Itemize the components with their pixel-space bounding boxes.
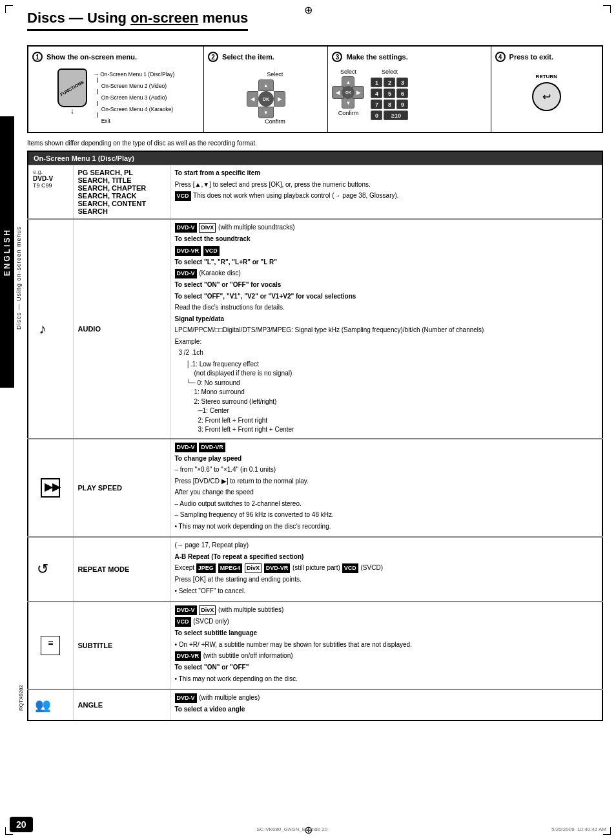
numpad-8[interactable]: 8 [384, 100, 395, 109]
dpad-down-btn[interactable]: ▼ [258, 107, 274, 118]
rep-line1: (→ page 17, Repeat play) [175, 541, 598, 551]
audio-example-val: 3 /2 .1ch [179, 348, 598, 358]
dvdvr-sub-badge: DVD-VR [175, 651, 201, 661]
numpad-0[interactable]: 0 [371, 110, 382, 120]
audio-ex-1b: (not displayed if there is no signal) [194, 369, 598, 379]
step2-confirm-label: Confirm [247, 118, 285, 125]
step-3-box: 3 Make the settings. Select ▲ ▼ ◀ ▶ OK C… [328, 47, 491, 132]
dvdv-badge1: DVD-V [175, 223, 197, 233]
audio-feature-cell: AUDIO [73, 219, 170, 439]
desc-playspeed: DVD-V DVD-VR To change play speed – from… [175, 443, 598, 532]
step-1-remote-area: FUNCTIONS ↓ → On-Screen Menu 1 (Disc/Pla… [32, 66, 200, 127]
vcd-sub-badge: VCD [175, 617, 191, 627]
audio-example-label: Example: [175, 337, 598, 347]
desc-subtitle: DVD-V DivX (with multiple subtitles) VCD… [175, 605, 598, 684]
remote-arrow-down: ↓ [70, 107, 74, 115]
rotx-label: RQTX0282 [18, 685, 24, 711]
ps-line5: After you change the speed [175, 488, 598, 498]
dpad-up-btn[interactable]: ▲ [258, 79, 274, 91]
audio-line10: LPCM/PPCM/□□Digital/DTS/MP3/MPEG: Signal… [175, 326, 598, 335]
step-2-dpad-area: Select ▲ ▼ ◀ ▶ OK Confirm [208, 66, 323, 125]
language-label: ENGLISH [3, 228, 12, 276]
numpad-ge10[interactable]: ≥10 [384, 110, 408, 120]
playspeed-feature-cell: PLAY SPEED [73, 439, 170, 538]
dvdv-ang-badge: DVD-V [175, 693, 197, 703]
audio-example-lines: │.1: Low frequency effect (not displayed… [187, 360, 598, 435]
numpad-5[interactable]: 5 [384, 89, 395, 98]
numpad-3[interactable]: 3 [396, 78, 408, 87]
numpad-1[interactable]: 1 [371, 78, 382, 87]
dpad-center-btn[interactable]: OK [258, 91, 274, 107]
menu-items-list: → On-Screen Menu 1 (Disc/Play) On-Screen… [95, 71, 175, 124]
numpad-6[interactable]: 6 [396, 89, 408, 98]
desc-title: To start from a specific item [175, 169, 261, 176]
footer-file: SC-VK680_GAGN_EN.indb 20 [256, 826, 327, 832]
menu-item-3: On-Screen Menu 3 (Audio) [101, 94, 167, 101]
angle-desc-cell: DVD-V (with multiple angles) To select a… [170, 689, 602, 720]
dpad-left-btn[interactable]: ◀ [247, 91, 258, 107]
step-1-header: 1 Show the on-screen menu. [32, 52, 200, 62]
repeat-icon: ↺ [33, 560, 52, 579]
repeat-feature-cell: REPEAT MODE [73, 537, 170, 602]
step-1-num: 1 [32, 52, 43, 62]
return-button-icon[interactable]: ↩ [532, 82, 561, 111]
page-number: 20 [10, 817, 33, 832]
step3-select-label1: Select [340, 68, 356, 75]
desc-text: Press [▲,▼] to select and press [OK], or… [175, 180, 598, 190]
feature-repeat: REPEAT MODE [78, 565, 165, 573]
sub-line1: DVD-V DivX (with multiple subtitles) [175, 605, 598, 615]
step-4-header: 4 Press to exit. [495, 52, 598, 62]
audio-ex-3: 1: Mono surround [194, 388, 598, 397]
audio-line4: To select "L", "R", "L+R" or "L R" [175, 258, 598, 268]
remote-control-icon: FUNCTIONS [57, 68, 87, 107]
audio-line1: DVD-V DivX (with multiple soundtracks) [175, 223, 598, 233]
audio-line2: To select the soundtrack [175, 235, 598, 244]
play-speed-icon: ▶▶ [41, 478, 60, 498]
numpad-9[interactable]: 9 [396, 100, 408, 109]
angle-feature-cell: ANGLE [73, 689, 170, 720]
return-label: RETURN [536, 74, 557, 79]
numpad: 1 2 3 4 5 6 7 8 9 [369, 76, 409, 121]
feature-angle: ANGLE [78, 701, 165, 709]
subtitle-icon: ≡ [41, 636, 60, 655]
ps-line4: Press [DVD/CD ▶] to return to the normal… [175, 477, 598, 487]
audio-ex-6: 2: Front left + Front right [198, 416, 598, 426]
numpad-2[interactable]: 2 [384, 78, 395, 87]
step3-dpad-right[interactable]: ▶ [353, 86, 364, 99]
step2-dpad: ▲ ▼ ◀ ▶ OK [247, 79, 285, 118]
rep-line2: A-B Repeat (To repeat a specified sectio… [175, 552, 598, 562]
menu-item-5: Exit [101, 118, 110, 124]
page-title: Discs — Using on-screen menus [27, 10, 248, 31]
subtitle-feature-cell: SUBTITLE [73, 602, 170, 689]
dvdvr-badge1: DVD-VR [175, 246, 201, 256]
ps-line6: – Audio output switches to 2-channel ste… [175, 499, 598, 509]
ps-line2: To change play speed [175, 454, 598, 464]
steps-container: 1 Show the on-screen menu. FUNCTIONS ↓ [27, 45, 603, 133]
vcd-badge: VCD [175, 191, 191, 201]
repeat-desc-cell: (→ page 17, Repeat play) A-B Repeat (To … [170, 537, 602, 602]
audio-ex-5: ─1: Center [198, 406, 598, 416]
desc-pg-search: To start from a specific item Press [▲,▼… [175, 169, 598, 201]
step-4-label: Press to exit. [509, 53, 553, 61]
feature-playspeed: PLAY SPEED [78, 484, 165, 492]
step3-dpad: ▲ ▼ ◀ ▶ OK [332, 76, 364, 109]
rep-line3: Except JPEG MPEG4 DivX DVD-VR (still pic… [175, 563, 598, 573]
page-footer: 20 SC-VK680_GAGN_EN.indb 20 5/20/2009 10… [0, 817, 616, 832]
repeat-icon-cell: ↺ [28, 537, 73, 602]
step-4-num: 4 [495, 52, 506, 62]
step-3-header: 3 Make the settings. [332, 52, 486, 62]
audio-line5: DVD-V (Karaoke disc) [175, 269, 598, 278]
dpad-right-btn[interactable]: ▶ [274, 91, 285, 107]
numpad-7[interactable]: 7 [371, 100, 382, 109]
step3-confirm-label: Confirm [338, 110, 359, 116]
step-4-box: 4 Press to exit. RETURN ↩ [491, 47, 602, 132]
angle-icon: 👥 [33, 695, 52, 715]
sub-line7: • This may not work depending on the dis… [175, 675, 598, 684]
audio-desc-cell: DVD-V DivX (with multiple soundtracks) T… [170, 219, 602, 439]
step2-select-label: Select [267, 71, 283, 78]
vcd-rep-badge: VCD [342, 563, 358, 573]
ang-line1: DVD-V (with multiple angles) [175, 693, 598, 703]
audio-ex-1: │.1: Low frequency effect [187, 360, 598, 370]
numpad-4[interactable]: 4 [371, 89, 382, 98]
audio-line9: Signal type/data [175, 315, 598, 324]
